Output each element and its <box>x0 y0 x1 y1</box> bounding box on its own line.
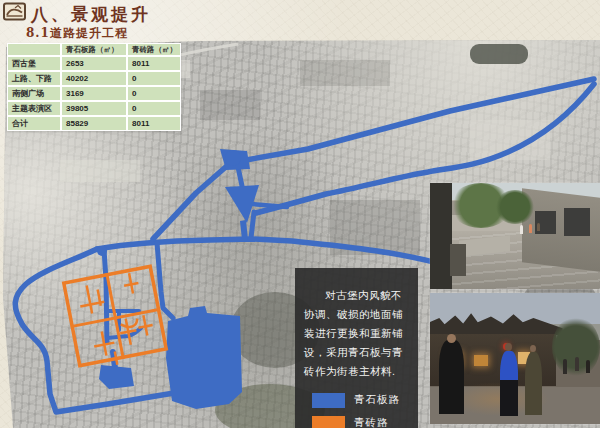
road-area-table: 青石板路（㎡） 青砖路（㎡） 西古堡 2653 8011 上路、下路 40202… <box>7 43 181 131</box>
pedestrian-figure <box>537 223 540 231</box>
slide-title: 八、景观提升 <box>31 3 151 26</box>
legend-label: 青石板路 <box>354 393 400 407</box>
pedestrian-figure <box>439 340 465 413</box>
table-cell-brick: 0 <box>128 72 180 85</box>
table-cell-stone: 39805 <box>62 102 126 115</box>
pedestrian-figure <box>525 352 542 415</box>
brick-road-swatch <box>312 416 345 428</box>
table-cell-brick: 8011 <box>128 57 180 70</box>
table-row-name: 西古堡 <box>8 57 60 70</box>
table-cell-brick: 0 <box>128 87 180 100</box>
stone-road-swatch <box>312 393 345 408</box>
landscape-seal-icon <box>3 2 26 21</box>
stone-road-stub <box>238 167 242 186</box>
stone-road-stub <box>252 204 287 207</box>
table-row-name: 主题表演区 <box>8 102 60 115</box>
map-legend: 青石板路 青砖路 <box>304 393 409 428</box>
planter-box <box>450 244 465 276</box>
presentation-slide: 八、景观提升 8.1道路提升工程 青石板路（㎡） 青砖路（㎡） 西古堡 2653… <box>0 0 600 428</box>
pedestrian-figure <box>575 357 579 371</box>
theme-performance-area <box>166 306 242 409</box>
pedestrian-figure <box>563 359 567 374</box>
legend-item-stone-road: 青石板路 <box>312 393 409 408</box>
legend-item-brick-road: 青砖路 <box>312 416 409 428</box>
brick-road-grid <box>64 266 167 370</box>
photo-street-daytime <box>430 183 600 289</box>
info-box: 对古堡内风貌不协调、破损的地面铺装进行更换和重新铺设，采用青石板与青砖作为街巷主… <box>295 268 418 428</box>
info-text: 对古堡内风貌不协调、破损的地面铺装进行更换和重新铺设，采用青石板与青砖作为街巷主… <box>304 286 409 382</box>
legend-label: 青砖路 <box>354 416 389 428</box>
lit-window <box>474 355 488 367</box>
dark-storefront-left <box>430 183 452 289</box>
pedestrian-figure <box>529 224 532 233</box>
table-cell-brick: 8011 <box>128 117 180 130</box>
south-small-plaza <box>99 365 134 389</box>
photo-street-evening <box>430 293 600 424</box>
stone-road-west-vertical <box>104 249 107 342</box>
traditional-roofline <box>430 311 563 335</box>
road-junction-blob <box>97 246 107 256</box>
pedestrian-figure <box>500 351 519 417</box>
slide-subtitle: 8.1道路提升工程 <box>26 25 128 42</box>
pedestrian-head <box>447 334 456 343</box>
stone-road-central-diagonal <box>153 158 236 239</box>
table-cell-stone: 2653 <box>62 57 126 70</box>
table-header-blank <box>8 44 60 55</box>
sports-field <box>470 44 528 64</box>
window <box>564 208 590 236</box>
table-cell-brick: 0 <box>128 102 180 115</box>
table-cell-stone: 3169 <box>62 87 126 100</box>
table-row-name: 南侧广场 <box>8 87 60 100</box>
table-row-name: 上路、下路 <box>8 72 60 85</box>
table-header-stone: 青石板路（㎡） <box>62 44 126 55</box>
stone-road-connector <box>251 212 254 238</box>
table-cell-stone: 85829 <box>62 117 126 130</box>
pedestrian-figure <box>586 360 590 373</box>
table-header-brick: 青砖路（㎡） <box>128 44 180 55</box>
pedestrian-head <box>505 343 512 351</box>
road-junction-blob <box>225 150 241 166</box>
table-cell-stone: 40202 <box>62 72 126 85</box>
table-row-name: 合计 <box>8 117 60 130</box>
pedestrian-figure <box>520 225 523 234</box>
